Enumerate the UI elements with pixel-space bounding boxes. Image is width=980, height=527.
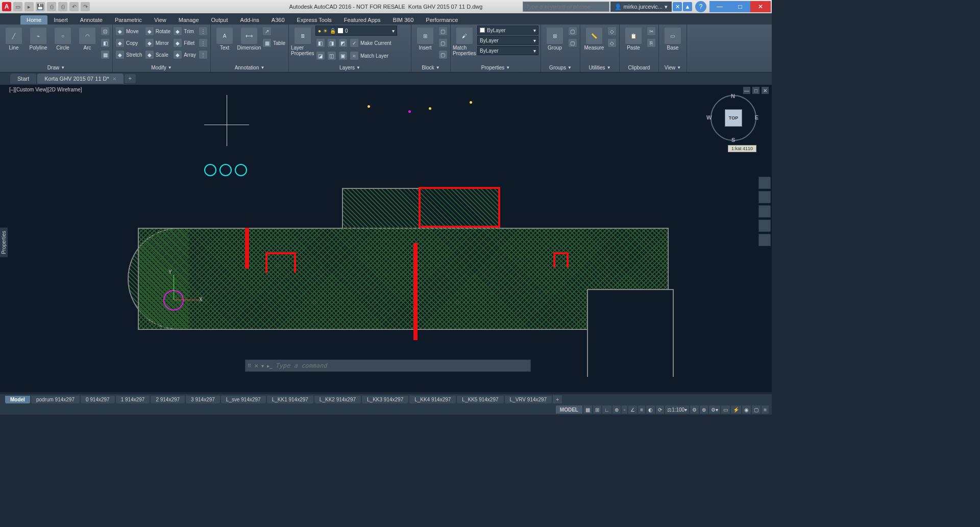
- utility-tool-button[interactable]: ◇: [607, 37, 617, 49]
- panel-title-utilities[interactable]: Utilities▼: [582, 63, 617, 72]
- window-minimize-button[interactable]: —: [709, 1, 730, 12]
- match-properties-button[interactable]: 🖌Match Properties: [453, 26, 476, 56]
- draw-extra-button[interactable]: ▦: [100, 49, 110, 60]
- fillet-button[interactable]: ◆Fillet: [173, 37, 197, 49]
- panel-title-annotation[interactable]: Annotation▼: [213, 63, 286, 72]
- drawing-canvas[interactable]: Y X: [10, 95, 756, 377]
- layout-tab[interactable]: L_KK5 914x297: [457, 396, 503, 403]
- dimension-button[interactable]: ⟷Dimension: [237, 26, 261, 51]
- add-file-tab-button[interactable]: +: [125, 74, 136, 83]
- make-current-button[interactable]: ✓Make Current: [349, 37, 393, 49]
- panel-title-draw[interactable]: Draw▼: [2, 63, 110, 72]
- ribbon-tab-express-tools[interactable]: Express Tools: [291, 15, 338, 25]
- status-model-button[interactable]: MODEL: [556, 405, 582, 414]
- status-cycling-icon[interactable]: ⟳: [656, 405, 664, 414]
- pan-icon[interactable]: [758, 191, 771, 203]
- panel-title-groups[interactable]: Groups▼: [543, 63, 578, 72]
- viewport-minimize-button[interactable]: —: [743, 87, 750, 94]
- layout-tab[interactable]: 3 914x297: [186, 396, 220, 403]
- app-menu-icon[interactable]: A: [2, 2, 11, 11]
- circle-button[interactable]: ○Circle: [51, 26, 75, 51]
- properties-palette-tab[interactable]: Properties: [0, 228, 8, 257]
- layer-tool-button[interactable]: ◩: [338, 37, 348, 49]
- ribbon-tab-add-ins[interactable]: Add-ins: [234, 15, 265, 25]
- exchange-icon[interactable]: ✕: [673, 2, 682, 11]
- status-workspace-icon[interactable]: ⚙▾: [709, 405, 720, 414]
- layout-tab[interactable]: Model: [5, 396, 30, 403]
- drawing-viewport[interactable]: [–][Custom View][2D Wireframe] — □ ✕ Pro…: [0, 85, 772, 392]
- status-snap-icon[interactable]: ⊞: [593, 405, 601, 414]
- color-combo[interactable]: ByLayer▾: [477, 26, 538, 35]
- status-isolate-icon[interactable]: ◉: [742, 405, 751, 414]
- close-icon[interactable]: ✕: [112, 76, 116, 82]
- rotate-button[interactable]: ◆Rotate: [144, 26, 172, 37]
- ribbon-tab-insert[interactable]: Insert: [47, 15, 74, 25]
- text-button[interactable]: AText: [213, 26, 236, 51]
- status-customize-icon[interactable]: ≡: [762, 405, 769, 414]
- measure-button[interactable]: 📏Measure: [582, 26, 606, 51]
- match-layer-button[interactable]: ≈Match Layer: [349, 50, 389, 61]
- viewport-maximize-button[interactable]: □: [752, 87, 760, 94]
- layout-tab[interactable]: 2 914x297: [151, 396, 185, 403]
- file-tab[interactable]: Korta GHV 2015 07 11 D*✕: [37, 74, 124, 84]
- layer-properties-button[interactable]: ≣Layer Properties: [291, 26, 314, 56]
- file-tab[interactable]: Start: [10, 74, 36, 84]
- status-otrack-icon[interactable]: ∠: [628, 405, 637, 414]
- draw-extra-button[interactable]: ◧: [100, 37, 110, 49]
- status-annoscale-combo[interactable]: ⚖ 1:100 ▾: [665, 405, 689, 414]
- add-layout-button[interactable]: +: [553, 395, 562, 403]
- ribbon-tab-featured-apps[interactable]: Featured Apps: [338, 15, 387, 25]
- command-line[interactable]: ⠿ ✕ ▾ ▸_: [245, 360, 531, 372]
- viewport-close-button[interactable]: ✕: [762, 87, 769, 94]
- panel-title-properties[interactable]: Properties▼: [453, 63, 538, 72]
- modify-extra-button[interactable]: ⋮: [198, 37, 208, 49]
- layout-tab[interactable]: L_KK2 914x297: [314, 396, 361, 403]
- status-grid-icon[interactable]: ▦: [583, 405, 592, 414]
- help-search-input[interactable]: [523, 2, 609, 12]
- modify-extra-button[interactable]: ⋮: [198, 49, 208, 60]
- steering-wheel-icon[interactable]: [758, 177, 771, 189]
- layout-tab[interactable]: L_KK4 914x297: [409, 396, 456, 403]
- status-monitor-icon[interactable]: ▭: [721, 405, 730, 414]
- ribbon-tab-performance[interactable]: Performance: [420, 15, 464, 25]
- status-annovis-icon[interactable]: ⊕: [700, 405, 708, 414]
- block-tool-button[interactable]: ▢: [438, 37, 448, 49]
- window-close-button[interactable]: ✕: [750, 1, 771, 12]
- array-button[interactable]: ◆Array: [173, 49, 197, 60]
- a360-icon[interactable]: ▲: [683, 2, 692, 11]
- base-button[interactable]: ▭Base: [661, 26, 684, 51]
- command-line-close-icon[interactable]: ✕: [254, 363, 258, 369]
- status-osnap-icon[interactable]: ▫: [622, 405, 628, 414]
- line-button[interactable]: ╱Line: [2, 26, 26, 51]
- command-input[interactable]: [276, 362, 528, 369]
- qat-open-icon[interactable]: ▸: [24, 2, 34, 11]
- status-cleanscreen-icon[interactable]: ▢: [752, 405, 761, 414]
- insert-button[interactable]: ⊞Insert: [413, 26, 437, 51]
- block-tool-button[interactable]: ▢: [438, 49, 448, 60]
- status-transparency-icon[interactable]: ◐: [646, 405, 655, 414]
- status-lineweight-icon[interactable]: ≡: [638, 405, 645, 414]
- layout-tab[interactable]: L_VRV 914x297: [505, 396, 552, 403]
- status-hwacc-icon[interactable]: ⚡: [731, 405, 741, 414]
- paste-button[interactable]: 📋Paste: [622, 26, 645, 51]
- status-gear-icon[interactable]: ⚙: [690, 405, 699, 414]
- layout-tab[interactable]: L_KK1 914x297: [267, 396, 313, 403]
- qat-redo-icon[interactable]: ↷: [81, 2, 90, 11]
- qat-undo-icon[interactable]: ↶: [69, 2, 79, 11]
- ribbon-tab-output[interactable]: Output: [205, 15, 234, 25]
- scale-button[interactable]: ◆Scale: [144, 49, 172, 60]
- copy-button[interactable]: ◆Copy: [115, 37, 143, 49]
- help-button[interactable]: ?: [695, 1, 706, 12]
- layout-tab[interactable]: 1 914x297: [116, 396, 150, 403]
- group-button[interactable]: ⊞Group: [543, 26, 567, 51]
- ribbon-tab-view[interactable]: View: [148, 15, 173, 25]
- viewport-label[interactable]: [–][Custom View][2D Wireframe]: [9, 87, 82, 92]
- modify-extra-button[interactable]: ⋮: [198, 26, 208, 37]
- trim-button[interactable]: ◆Trim: [173, 26, 197, 37]
- status-polar-icon[interactable]: ⊕: [612, 405, 621, 414]
- panel-title-modify[interactable]: Modify▼: [115, 63, 208, 72]
- ribbon-tab-parametric[interactable]: Parametric: [109, 15, 148, 25]
- block-tool-button[interactable]: ▢: [438, 26, 448, 37]
- zoom-icon[interactable]: [758, 205, 771, 218]
- panel-title-clipboard[interactable]: Clipboard: [622, 63, 656, 72]
